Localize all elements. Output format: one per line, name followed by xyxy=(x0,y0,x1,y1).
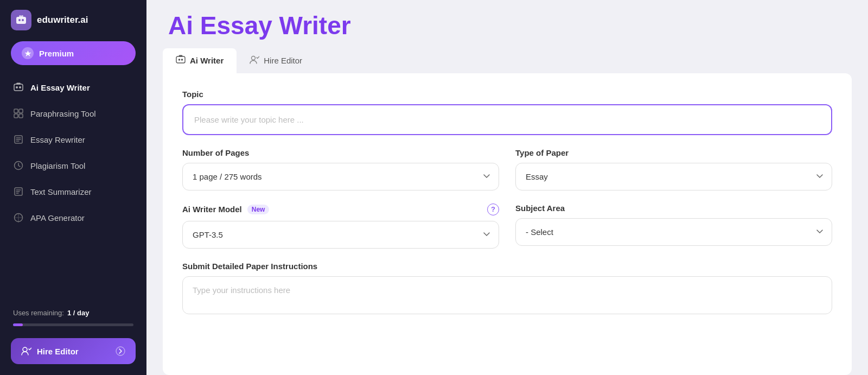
subject-select[interactable]: - Select Arts Business Computer Science … xyxy=(515,218,832,246)
sidebar-label-text-summarizer: Text Summarizer xyxy=(30,187,92,196)
paper-type-label: Type of Paper xyxy=(515,148,832,157)
sidebar-nav: Ai Essay Writer Paraphrasing Tool xyxy=(0,75,146,302)
premium-label: Premium xyxy=(39,49,74,58)
premium-icon xyxy=(22,47,34,59)
topic-input[interactable] xyxy=(182,104,832,135)
sidebar-label-paraphrasing-tool: Paraphrasing Tool xyxy=(30,109,96,118)
tab-ai-writer-label: Ai Writer xyxy=(190,56,224,65)
uses-bar-background xyxy=(13,323,133,326)
logo-text: eduwriter.ai xyxy=(37,15,88,26)
svg-rect-11 xyxy=(14,114,18,118)
svg-point-4 xyxy=(21,15,22,16)
hire-editor-button[interactable]: Hire Editor xyxy=(11,338,136,364)
tab-icon-hire-editor xyxy=(250,55,259,67)
subject-group: Subject Area - Select Arts Business Comp… xyxy=(515,204,832,249)
ai-model-label-row: Ai Writer Model New ? xyxy=(182,204,499,215)
sidebar-item-essay-rewriter[interactable]: Essay Rewriter xyxy=(7,127,140,152)
logo-icon xyxy=(11,10,31,30)
instructions-label: Submit Detailed Paper Instructions xyxy=(182,262,832,271)
tab-hire-editor[interactable]: Hire Editor xyxy=(237,48,315,73)
sidebar-item-ai-essay-writer[interactable]: Ai Essay Writer xyxy=(7,75,140,100)
sidebar-label-ai-essay-writer: Ai Essay Writer xyxy=(30,83,90,92)
nav-icon-paraphrasing-tool xyxy=(13,108,24,119)
uses-bar-fill xyxy=(13,323,23,326)
tabs-container: Ai Writer Hire Editor xyxy=(163,48,852,73)
instructions-textarea[interactable] xyxy=(182,276,832,314)
nav-icon-ai-essay-writer xyxy=(13,82,24,93)
svg-point-6 xyxy=(16,86,18,88)
svg-rect-5 xyxy=(14,84,23,91)
svg-rect-22 xyxy=(179,55,183,56)
tabs-area: Ai Writer Hire Editor xyxy=(146,48,868,73)
new-badge: New xyxy=(247,205,270,214)
svg-rect-8 xyxy=(16,83,21,85)
topic-label: Topic xyxy=(182,90,832,99)
nav-icon-essay-rewriter xyxy=(13,134,24,145)
svg-rect-0 xyxy=(16,17,26,24)
model-subject-row: Ai Writer Model New ? GPT-3.5 GPT-4 Clau… xyxy=(182,204,832,249)
sidebar-label-essay-rewriter: Essay Rewriter xyxy=(30,135,85,144)
uses-remaining-label: Uses remaining: 1 / day xyxy=(0,302,146,321)
tab-hire-editor-label: Hire Editor xyxy=(264,56,302,65)
svg-point-21 xyxy=(181,59,183,61)
sidebar-label-plagiarism-tool: Plagiarism Tool xyxy=(30,161,85,170)
main-header: Ai Essay Writer xyxy=(146,0,868,48)
instructions-section: Submit Detailed Paper Instructions xyxy=(182,262,832,316)
logo-area: eduwriter.ai xyxy=(0,0,146,40)
pages-select[interactable]: 1 page / 275 words 2 pages / 550 words 3… xyxy=(182,163,499,190)
sidebar-item-text-summarizer[interactable]: Text Summarizer xyxy=(7,179,140,204)
page-title: Ai Essay Writer xyxy=(168,12,846,40)
svg-point-23 xyxy=(252,56,256,60)
main-content: Ai Essay Writer Ai Writer xyxy=(146,0,868,375)
svg-point-17 xyxy=(23,347,27,352)
pages-label: Number of Pages xyxy=(182,148,499,157)
svg-point-20 xyxy=(178,59,181,61)
uses-bar-container xyxy=(0,321,146,334)
svg-point-1 xyxy=(18,19,21,21)
sidebar-item-plagiarism-tool[interactable]: Plagiarism Tool xyxy=(7,153,140,178)
sidebar-item-paraphrasing-tool[interactable]: Paraphrasing Tool xyxy=(7,101,140,126)
svg-point-2 xyxy=(22,19,24,21)
svg-rect-9 xyxy=(14,109,18,113)
sidebar-label-apa-generator: APA Generator xyxy=(30,213,85,223)
premium-button[interactable]: Premium xyxy=(11,41,136,65)
svg-point-7 xyxy=(19,86,21,88)
svg-rect-19 xyxy=(176,56,185,63)
svg-rect-10 xyxy=(19,109,23,113)
topic-section: Topic xyxy=(182,90,832,135)
pages-group: Number of Pages 1 page / 275 words 2 pag… xyxy=(182,148,499,190)
tab-ai-writer[interactable]: Ai Writer xyxy=(163,48,237,73)
nav-icon-apa-generator xyxy=(13,212,24,223)
sidebar: eduwriter.ai Premium Ai Essay Writer xyxy=(0,0,146,375)
form-card: Topic Number of Pages 1 page / 275 words… xyxy=(163,73,852,375)
subject-label: Subject Area xyxy=(515,204,832,213)
sidebar-item-apa-generator[interactable]: APA Generator xyxy=(7,205,140,230)
ai-model-select[interactable]: GPT-3.5 GPT-4 Claude xyxy=(182,221,499,249)
ai-model-group: Ai Writer Model New ? GPT-3.5 GPT-4 Clau… xyxy=(182,204,499,249)
ai-model-label: Ai Writer Model xyxy=(182,205,242,214)
hire-editor-btn-label: Hire Editor xyxy=(37,347,79,356)
pages-paper-row: Number of Pages 1 page / 275 words 2 pag… xyxy=(182,148,832,190)
help-icon[interactable]: ? xyxy=(487,204,499,215)
tab-icon-ai-writer xyxy=(176,55,186,67)
paper-type-group: Type of Paper Essay Research Paper Term … xyxy=(515,148,832,190)
paper-type-select[interactable]: Essay Research Paper Term Paper Thesis D… xyxy=(515,163,832,190)
svg-point-18 xyxy=(116,347,125,355)
nav-icon-plagiarism-tool xyxy=(13,160,24,171)
nav-icon-text-summarizer xyxy=(13,186,24,197)
svg-rect-12 xyxy=(19,114,23,118)
